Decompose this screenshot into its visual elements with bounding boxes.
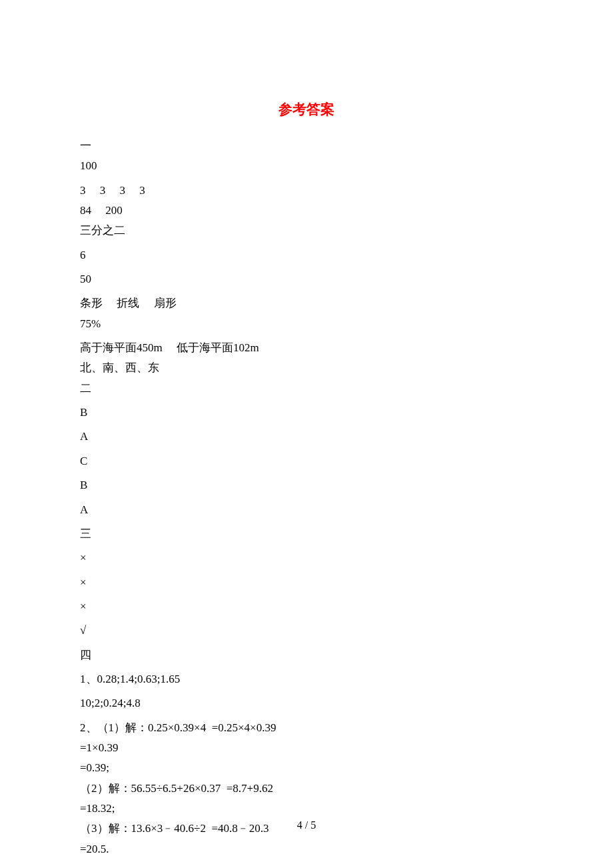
answer-line: 6 xyxy=(80,247,533,264)
answer-line: 高于海平面450m 低于海平面102m xyxy=(80,339,533,357)
answer-line: × xyxy=(80,598,533,615)
answer-line: 75% xyxy=(80,315,533,333)
answer-line: =18.32; xyxy=(80,800,533,817)
answer-line: 3、x=6.8；x≈7.9；x=1.8；x≈43.7 xyxy=(80,865,533,868)
answer-line: 二 xyxy=(80,380,533,397)
answer-line: 100 xyxy=(80,157,533,175)
answer-line: A xyxy=(80,501,533,519)
answer-line: 10;2;0.24;4.8 xyxy=(80,695,533,712)
answer-line: 三 xyxy=(80,525,533,543)
answer-line: 2、（1）解：0.25×0.39×4 =0.25×4×0.39 xyxy=(80,719,533,737)
answer-line: =1×0.39 xyxy=(80,739,533,757)
answer-line: A xyxy=(80,428,533,445)
answer-line: （2）解：56.55÷6.5+26×0.37 =8.7+9.62 xyxy=(80,780,533,797)
answer-line: 条形 折线 扇形 xyxy=(80,295,533,312)
answer-line: 1、0.28;1.4;0.63;1.65 xyxy=(80,671,533,688)
answer-line: =20.5. xyxy=(80,841,533,858)
answer-line: 3 3 3 3 xyxy=(80,182,533,199)
answer-line: C xyxy=(80,453,533,470)
answer-line: 84 200 xyxy=(80,202,533,219)
answer-key-title: 参考答案 xyxy=(80,100,533,119)
answer-line: 一 xyxy=(80,137,533,155)
answer-line: B xyxy=(80,477,533,494)
answer-line: =0.39; xyxy=(80,759,533,777)
answer-content: 一1003 3 3 384 200三分之二650条形 折线 扇形75%高于海平面… xyxy=(80,137,533,868)
answer-line: 三分之二 xyxy=(80,222,533,239)
answer-line: × xyxy=(80,574,533,591)
answer-line: √ xyxy=(80,622,533,639)
page-number: 4 / 5 xyxy=(0,819,613,831)
answer-line: 50 xyxy=(80,271,533,288)
answer-line: 北、南、西、东 xyxy=(80,359,533,377)
answer-line: B xyxy=(80,404,533,421)
answer-line: 四 xyxy=(80,647,533,664)
answer-line: × xyxy=(80,549,533,567)
